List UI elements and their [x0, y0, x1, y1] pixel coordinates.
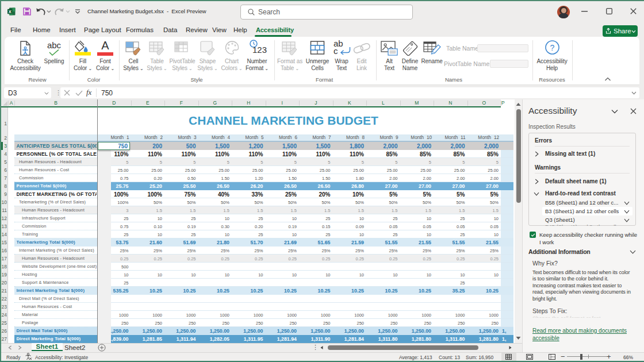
svg-text:X: X [9, 9, 12, 14]
svg-text:?: ? [550, 43, 555, 52]
